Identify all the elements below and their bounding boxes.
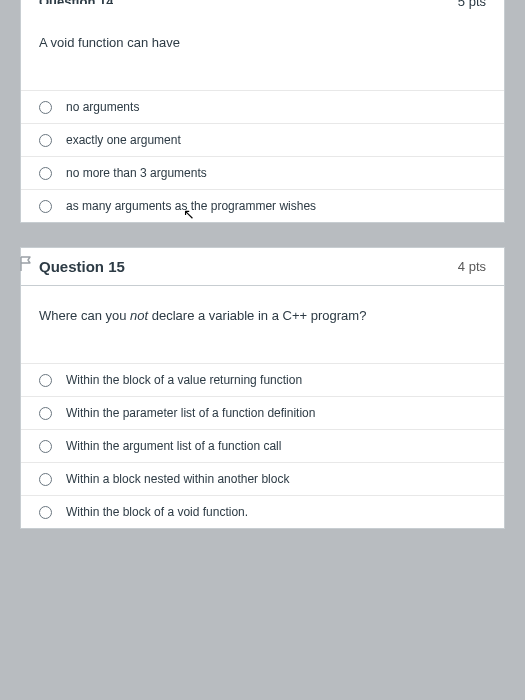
option-row[interactable]: Within the block of a value returning fu… <box>21 364 504 397</box>
radio-icon[interactable] <box>39 200 52 213</box>
option-label: Within the argument list of a function c… <box>66 439 281 453</box>
question-card-14: Question 14 5 pts A void function can ha… <box>20 0 505 223</box>
flag-icon[interactable] <box>18 255 34 273</box>
option-row[interactable]: Within a block nested within another blo… <box>21 463 504 496</box>
option-label: Within the block of a void function. <box>66 505 248 519</box>
radio-icon[interactable] <box>39 167 52 180</box>
option-label: Within the parameter list of a function … <box>66 406 315 420</box>
question-points: 4 pts <box>458 259 486 274</box>
question-header: Question 15 4 pts <box>21 248 504 286</box>
options-list: no arguments exactly one argument no mor… <box>21 90 504 222</box>
question-number: Question 15 <box>39 258 125 275</box>
option-row[interactable]: exactly one argument <box>21 124 504 157</box>
option-label: as many arguments as the programmer wish… <box>66 199 316 213</box>
question-header-partial: Question 14 5 pts <box>21 0 504 13</box>
radio-icon[interactable] <box>39 440 52 453</box>
option-label: no more than 3 arguments <box>66 166 207 180</box>
option-row[interactable]: Within the argument list of a function c… <box>21 430 504 463</box>
question-points: 5 pts <box>458 0 486 9</box>
option-label: Within a block nested within another blo… <box>66 472 289 486</box>
option-row[interactable]: no more than 3 arguments <box>21 157 504 190</box>
option-row[interactable]: no arguments <box>21 91 504 124</box>
prompt-em: not <box>130 308 148 323</box>
option-label: Within the block of a value returning fu… <box>66 373 302 387</box>
radio-icon[interactable] <box>39 374 52 387</box>
radio-icon[interactable] <box>39 101 52 114</box>
prompt-text: declare a variable in a C++ program? <box>148 308 366 323</box>
options-list: Within the block of a value returning fu… <box>21 363 504 528</box>
option-row[interactable]: Within the block of a void function. <box>21 496 504 528</box>
option-row[interactable]: Within the parameter list of a function … <box>21 397 504 430</box>
option-label: exactly one argument <box>66 133 181 147</box>
radio-icon[interactable] <box>39 134 52 147</box>
radio-icon[interactable] <box>39 407 52 420</box>
radio-icon[interactable] <box>39 506 52 519</box>
option-label: no arguments <box>66 100 139 114</box>
question-number: Question 14 <box>39 0 113 4</box>
question-card-15: Question 15 4 pts Where can you not decl… <box>20 247 505 529</box>
radio-icon[interactable] <box>39 473 52 486</box>
option-row[interactable]: as many arguments as the programmer wish… <box>21 190 504 222</box>
question-prompt: A void function can have <box>21 13 504 90</box>
question-prompt: Where can you not declare a variable in … <box>21 286 504 363</box>
prompt-text: Where can you <box>39 308 130 323</box>
